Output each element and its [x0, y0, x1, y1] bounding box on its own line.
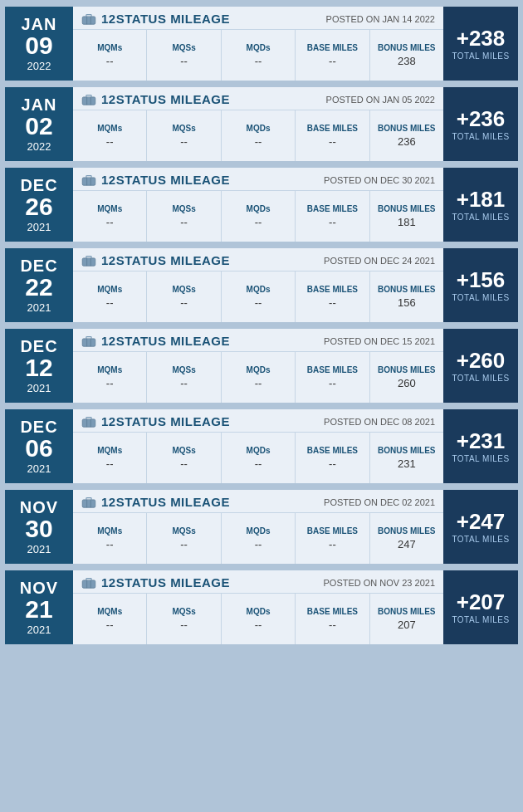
- date-year: 2021: [27, 301, 51, 314]
- total-miles-number: +231: [457, 429, 506, 453]
- date-year: 2021: [27, 624, 51, 636]
- mqss-value: --: [180, 538, 188, 550]
- mqss-label: MQSs: [172, 285, 195, 294]
- entry-card: NOV 30 2021 12: [5, 490, 518, 564]
- date-day: 06: [25, 436, 52, 461]
- base-miles-col: BASE MILES --: [296, 513, 369, 564]
- card-header: 12STATUS MILEAGE POSTED ON DEC 30 2021: [73, 168, 443, 190]
- bonus-miles-label: BONUS MILES: [378, 526, 435, 536]
- mqss-col: MQSs --: [147, 594, 221, 644]
- mqds-value: --: [255, 55, 262, 67]
- date-month: JAN: [21, 95, 56, 114]
- entry-card: JAN 02 2022 12: [5, 87, 518, 161]
- date-year: 2021: [27, 462, 51, 475]
- base-miles-value: --: [329, 55, 336, 67]
- base-miles-label: BASE MILES: [307, 43, 358, 52]
- mqms-col: MQMs --: [73, 513, 147, 564]
- base-miles-value: --: [329, 377, 336, 389]
- posted-date: POSTED ON DEC 24 2021: [324, 256, 435, 266]
- mqms-col: MQMs --: [73, 352, 147, 403]
- card-body: 12STATUS MILEAGE POSTED ON DEC 02 2021 M…: [73, 490, 443, 564]
- mqms-value: --: [106, 216, 114, 228]
- mqss-label: MQSs: [172, 204, 195, 213]
- luggage-icon: [81, 174, 96, 186]
- mqss-label: MQSs: [172, 124, 195, 133]
- svg-rect-8: [82, 177, 95, 184]
- mqms-value: --: [106, 55, 114, 67]
- mqds-label: MQDs: [247, 607, 271, 616]
- mqms-label: MQMs: [97, 446, 122, 455]
- mqds-col: MQDs --: [222, 191, 296, 242]
- mqss-col: MQSs --: [147, 433, 221, 483]
- bonus-miles-col: BONUS MILES 236: [370, 110, 443, 161]
- date-year: 2021: [27, 221, 51, 233]
- card-header: 12STATUS MILEAGE POSTED ON DEC 24 2021: [73, 248, 443, 271]
- card-body: 12STATUS MILEAGE POSTED ON DEC 08 2021 M…: [73, 409, 443, 483]
- base-miles-value: --: [329, 216, 336, 228]
- card-title-wrap: 12STATUS MILEAGE: [81, 495, 230, 509]
- mqds-label: MQDs: [247, 526, 271, 536]
- total-miles-label: TOTAL MILES: [452, 615, 509, 624]
- mqds-value: --: [255, 538, 262, 550]
- mqds-col: MQDs --: [222, 271, 296, 322]
- card-title: 12STATUS MILEAGE: [101, 253, 230, 267]
- mqds-col: MQDs --: [222, 594, 296, 644]
- base-miles-value: --: [329, 457, 336, 470]
- bonus-miles-col: BONUS MILES 260: [370, 352, 443, 403]
- mqss-col: MQSs --: [147, 191, 221, 242]
- base-miles-label: BASE MILES: [307, 365, 358, 374]
- base-miles-label: BASE MILES: [307, 285, 358, 294]
- card-title: 12STATUS MILEAGE: [101, 575, 230, 589]
- date-block: JAN 02 2022: [5, 87, 73, 161]
- card-cols: MQMs -- MQSs -- MQDs -- BASE MILES --: [73, 110, 443, 161]
- date-day: 22: [25, 275, 52, 300]
- mqss-label: MQSs: [172, 446, 195, 455]
- mqds-col: MQDs --: [222, 352, 296, 403]
- total-miles-number: +260: [457, 349, 506, 373]
- mqss-value: --: [180, 457, 188, 470]
- mqms-value: --: [106, 135, 114, 148]
- svg-rect-0: [82, 16, 95, 23]
- mqss-col: MQSs --: [147, 110, 221, 161]
- luggage-icon: [81, 94, 96, 105]
- bonus-miles-value: 236: [398, 135, 416, 148]
- card-body: 12STATUS MILEAGE POSTED ON JAN 14 2022 M…: [73, 7, 443, 81]
- card-cols: MQMs -- MQSs -- MQDs -- BASE MILES --: [73, 351, 443, 403]
- card-body: 12STATUS MILEAGE POSTED ON NOV 23 2021 M…: [73, 570, 443, 644]
- bonus-miles-label: BONUS MILES: [378, 607, 435, 616]
- posted-date: POSTED ON JAN 14 2022: [326, 14, 435, 24]
- mqms-label: MQMs: [97, 204, 122, 213]
- card-cols: MQMs -- MQSs -- MQDs -- BASE MILES --: [73, 593, 443, 644]
- luggage-icon: [81, 335, 96, 347]
- card-body: 12STATUS MILEAGE POSTED ON DEC 24 2021 M…: [73, 248, 443, 322]
- mqss-label: MQSs: [172, 526, 195, 536]
- date-block: DEC 12 2021: [5, 329, 73, 403]
- bonus-miles-value: 238: [398, 55, 416, 67]
- date-block: DEC 06 2021: [5, 409, 73, 483]
- bonus-miles-label: BONUS MILES: [378, 446, 435, 455]
- bonus-miles-value: 260: [398, 377, 416, 389]
- card-title: 12STATUS MILEAGE: [101, 334, 230, 348]
- total-miles-block: +260 TOTAL MILES: [443, 329, 518, 403]
- bonus-miles-col: BONUS MILES 238: [370, 30, 443, 81]
- mqms-col: MQMs --: [73, 110, 147, 161]
- mqms-value: --: [106, 538, 114, 550]
- card-header: 12STATUS MILEAGE POSTED ON NOV 23 2021: [73, 570, 443, 593]
- date-day: 02: [25, 114, 52, 139]
- svg-rect-12: [82, 257, 95, 265]
- posted-date: POSTED ON DEC 02 2021: [324, 497, 435, 507]
- card-title-wrap: 12STATUS MILEAGE: [81, 334, 230, 348]
- mqss-value: --: [180, 377, 188, 389]
- mqms-label: MQMs: [97, 365, 122, 374]
- bonus-miles-col: BONUS MILES 207: [370, 594, 443, 644]
- entry-card: DEC 22 2021 12: [5, 248, 518, 322]
- luggage-icon: [81, 13, 96, 25]
- bonus-miles-value: 207: [398, 619, 416, 631]
- mqms-value: --: [106, 457, 114, 470]
- total-miles-number: +181: [457, 188, 506, 212]
- total-miles-block: +236 TOTAL MILES: [443, 87, 518, 161]
- total-miles-number: +247: [457, 510, 506, 534]
- bonus-miles-label: BONUS MILES: [378, 285, 435, 294]
- mqss-value: --: [180, 55, 188, 67]
- total-miles-label: TOTAL MILES: [452, 213, 509, 222]
